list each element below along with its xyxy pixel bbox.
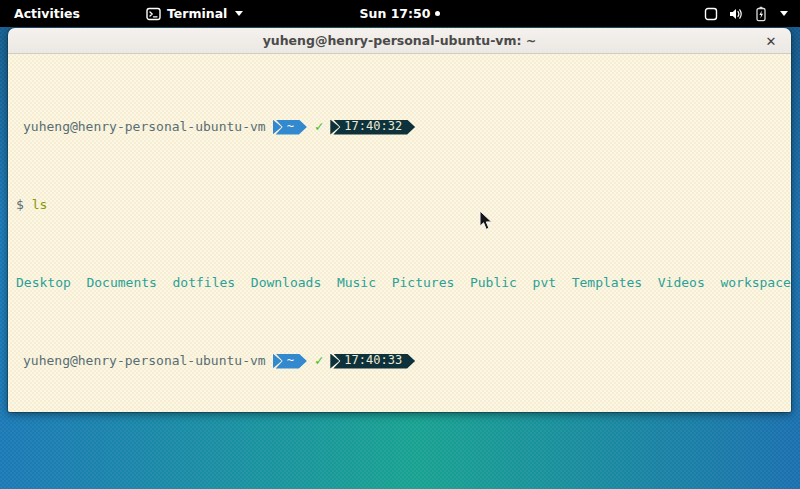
chevron-down-icon [780,11,788,16]
screen-share-icon [704,7,718,21]
desktop: { "top_bar": { "activities_label": "Acti… [0,0,800,489]
prompt-path-segment: ~ [273,120,307,135]
status-check-icon: ✓ [315,353,323,369]
command-line: $ ls [16,197,791,213]
prompt-time-segment: 17:40:32 [330,120,415,135]
terminal-window: yuheng@henry-personal-ubuntu-vm: ~ ✕ yuh… [8,28,791,412]
prompt-user: yuheng@henry-personal-ubuntu-vm [23,119,266,135]
prompt-time-segment: 17:40:33 [330,354,415,369]
prompt-time: 17:40:32 [333,120,415,135]
typed-command: ls [32,197,48,213]
prompt-line-2: yuheng@henry-personal-ubuntu-vm ~ ✓ 17:4… [16,353,791,369]
terminal-icon [146,7,161,21]
top-bar: Activities Terminal Sun 17:50 [0,0,800,27]
clock-area: Sun 17:50 [0,0,800,27]
volume-icon [729,7,744,21]
prompt-dollar: $ [16,197,24,213]
notification-dot [435,11,440,16]
window-title: yuheng@henry-personal-ubuntu-vm: ~ [263,33,537,48]
app-menu-label: Terminal [167,6,227,21]
ls-output: Desktop Documents dotfiles Downloads Mus… [16,275,791,291]
app-menu-terminal[interactable]: Terminal [136,0,253,27]
terminal-screen[interactable]: yuheng@henry-personal-ubuntu-vm ~ ✓ 17:4… [8,54,791,412]
clock-label[interactable]: Sun 17:50 [360,6,431,21]
prompt-user: yuheng@henry-personal-ubuntu-vm [23,353,266,369]
prompt-time: 17:40:33 [333,354,415,369]
activities-button[interactable]: Activities [0,0,94,27]
battery-charging-icon [755,6,767,22]
prompt-line-1: yuheng@henry-personal-ubuntu-vm ~ ✓ 17:4… [16,119,791,135]
close-icon[interactable]: ✕ [759,28,783,54]
prompt-path-segment: ~ [273,354,307,369]
window-titlebar[interactable]: yuheng@henry-personal-ubuntu-vm: ~ ✕ [8,28,791,54]
status-check-icon: ✓ [315,119,323,135]
system-status-area[interactable] [692,0,800,27]
chevron-down-icon [235,11,243,16]
